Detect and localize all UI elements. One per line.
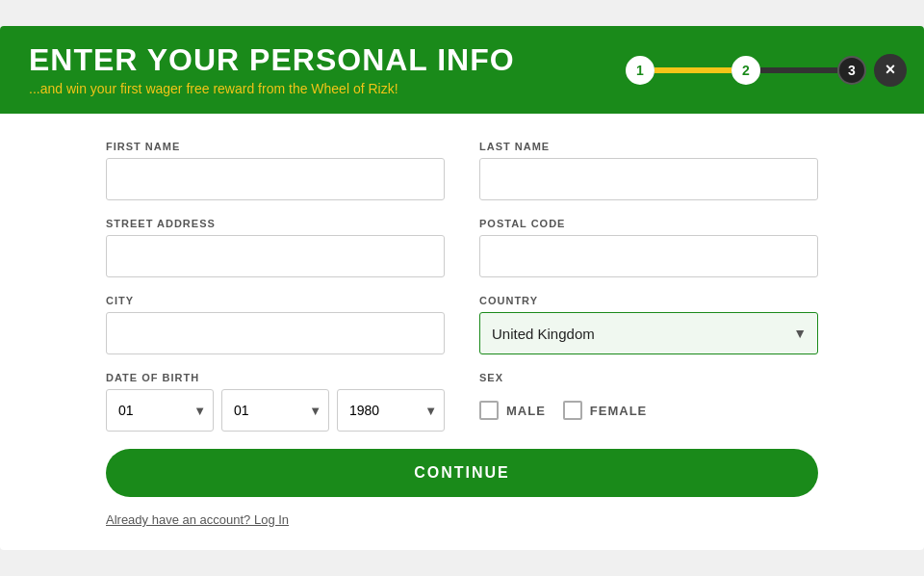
male-checkbox[interactable] — [479, 401, 499, 420]
country-select-wrapper: United Kingdom United States Germany Fra… — [479, 312, 818, 354]
dob-label: DATE OF BIRTH — [106, 372, 445, 383]
row-city-country: CITY COUNTRY United Kingdom United State… — [106, 295, 818, 354]
dob-year-wrapper: 1980 1981 1979 ▼ — [337, 389, 445, 432]
dob-selects: 01 02 03 ▼ 01 02 03 ▼ — [106, 389, 445, 432]
postal-code-group: POSTAL CODE — [479, 218, 818, 277]
sex-label: SEX — [479, 372, 818, 383]
postal-code-label: POSTAL CODE — [479, 218, 818, 229]
street-address-group: STREET ADDRESS — [106, 218, 445, 277]
street-address-label: STREET ADDRESS — [106, 218, 445, 229]
login-link-container: Already have an account? Log In — [106, 512, 818, 527]
dob-day-wrapper: 01 02 03 ▼ — [106, 389, 214, 432]
close-button[interactable]: × — [874, 54, 907, 87]
dob-month-wrapper: 01 02 03 ▼ — [221, 389, 329, 432]
sex-female-option[interactable]: FEMALE — [563, 401, 647, 420]
male-label: MALE — [506, 404, 546, 418]
sex-options: MALE FEMALE — [479, 389, 818, 432]
female-checkbox[interactable] — [563, 401, 582, 420]
last-name-group: LAST NAME — [479, 141, 818, 200]
step-segment-1 — [654, 67, 732, 73]
country-select[interactable]: United Kingdom United States Germany Fra… — [479, 312, 818, 354]
form-body: FIRST NAME LAST NAME STREET ADDRESS POST… — [0, 114, 924, 550]
dob-month-select[interactable]: 01 02 03 — [221, 389, 329, 432]
last-name-input[interactable] — [479, 158, 818, 200]
city-input[interactable] — [106, 312, 445, 354]
step-3-circle: 3 — [837, 56, 866, 85]
sex-male-option[interactable]: MALE — [479, 401, 546, 420]
first-name-group: FIRST NAME — [106, 141, 445, 200]
row-address: STREET ADDRESS POSTAL CODE — [106, 218, 818, 277]
dob-day-select[interactable]: 01 02 03 — [106, 389, 214, 432]
continue-button[interactable]: CONTINUE — [106, 449, 818, 497]
row-dob-sex: DATE OF BIRTH 01 02 03 ▼ 01 02 — [106, 372, 818, 432]
city-label: CITY — [106, 295, 445, 306]
step-segment-2 — [760, 67, 837, 73]
step-1-circle: 1 — [626, 56, 654, 85]
sex-group: SEX MALE FEMALE — [479, 372, 818, 432]
postal-code-input[interactable] — [479, 235, 818, 277]
female-label: FEMALE — [590, 404, 647, 418]
last-name-label: LAST NAME — [479, 141, 818, 152]
city-group: CITY — [106, 295, 445, 354]
login-link[interactable]: Already have an account? Log In — [106, 512, 289, 527]
step-track: 1 2 3 — [626, 56, 866, 85]
first-name-label: FIRST NAME — [106, 141, 445, 152]
dob-year-select[interactable]: 1980 1981 1979 — [337, 389, 445, 432]
first-name-input[interactable] — [106, 158, 445, 200]
stepper: 1 2 3 — [626, 56, 866, 85]
modal-container: ENTER YOUR PERSONAL INFO ...and win your… — [0, 26, 924, 550]
country-group: COUNTRY United Kingdom United States Ger… — [479, 295, 818, 354]
step-2-circle: 2 — [732, 56, 760, 85]
row-name: FIRST NAME LAST NAME — [106, 141, 818, 200]
header: ENTER YOUR PERSONAL INFO ...and win your… — [0, 26, 924, 114]
street-address-input[interactable] — [106, 235, 445, 277]
dob-group: DATE OF BIRTH 01 02 03 ▼ 01 02 — [106, 372, 445, 432]
country-label: COUNTRY — [479, 295, 818, 306]
